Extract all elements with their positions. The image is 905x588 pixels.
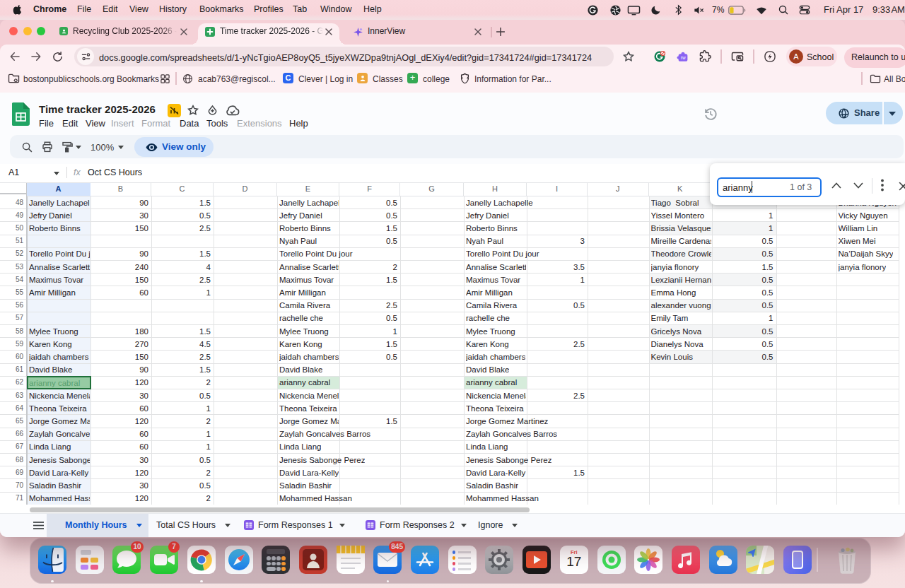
svg-text:rw: rw xyxy=(681,55,686,60)
